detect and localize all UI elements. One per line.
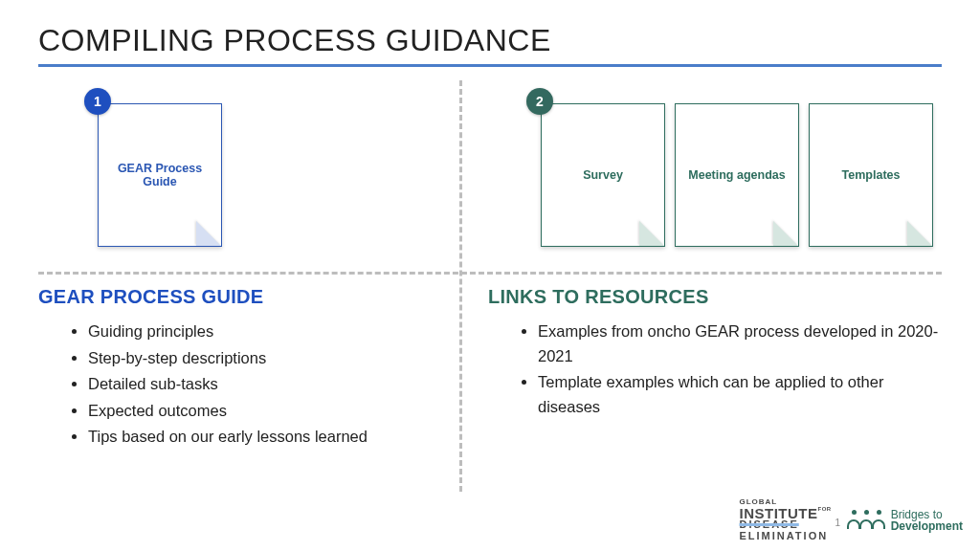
slide: COMPILING PROCESS GUIDANCE 1 GEAR Proces… <box>0 0 980 551</box>
content-grid: 1 GEAR Process Guide 2 Survey Meeting ag… <box>38 80 942 492</box>
vertical-divider <box>459 80 462 492</box>
links-bullet-list: Examples from oncho GEAR process develop… <box>538 320 947 419</box>
step-badge-1: 1 <box>84 88 111 115</box>
quadrant-bottom-left: GEAR PROCESS GUIDE Guiding principles St… <box>38 286 450 452</box>
bridges-text: Bridges to Development <box>891 509 963 532</box>
bridges-line-2: Development <box>891 520 963 532</box>
list-item: Examples from oncho GEAR process develop… <box>538 320 947 368</box>
page-curl-icon <box>639 221 664 246</box>
doc-survey: Survey <box>541 103 665 247</box>
horizontal-divider <box>38 272 942 275</box>
page-curl-icon <box>196 221 221 246</box>
doc-row: Survey Meeting agendas Templates <box>541 103 947 247</box>
logo-bridges: Bridges to Development <box>847 509 963 532</box>
list-item: Guiding principles <box>88 320 450 344</box>
gide-for: FOR <box>817 506 831 512</box>
bridges-icon <box>847 510 885 531</box>
gide-line-4: ELIMINATION <box>739 531 831 541</box>
doc-label: GEAR Process Guide <box>106 162 213 188</box>
list-item: Tips based on our early lessons learned <box>88 425 450 450</box>
doc-templates: Templates <box>809 103 933 247</box>
quadrant-bottom-right: LINKS TO RESOURCES Examples from oncho G… <box>488 286 947 421</box>
doc-label: Templates <box>842 168 901 182</box>
doc-label: Survey <box>583 168 623 182</box>
page-curl-icon <box>907 221 932 246</box>
list-item: Step-by-step descriptions <box>88 346 450 371</box>
page-curl-icon <box>773 221 798 246</box>
bridges-line-1: Bridges to <box>891 509 963 520</box>
title-rule <box>38 64 942 67</box>
quadrant-top-right: 2 Survey Meeting agendas Templates <box>488 90 947 262</box>
gide-disease-strike: DISEASE <box>739 519 798 530</box>
quadrant-top-left: 1 GEAR Process Guide <box>57 90 440 262</box>
gear-bullet-list: Guiding principles Step-by-step descript… <box>88 320 450 450</box>
section-heading-links: LINKS TO RESOURCES <box>488 286 947 308</box>
doc-label: Meeting agendas <box>688 168 785 182</box>
logo-gide: GLOBAL INSTITUTEFOR DISEASE ELIMINATION <box>739 498 831 541</box>
doc-gear-process-guide: GEAR Process Guide <box>98 103 222 247</box>
footer-logos: GLOBAL INSTITUTEFOR DISEASE ELIMINATION … <box>739 498 963 541</box>
list-item: Detailed sub-tasks <box>88 372 450 397</box>
step-badge-2: 2 <box>526 88 553 115</box>
slide-title: COMPILING PROCESS GUIDANCE <box>38 23 942 58</box>
doc-meeting-agendas: Meeting agendas <box>675 103 799 247</box>
section-heading-gear: GEAR PROCESS GUIDE <box>38 286 450 308</box>
list-item: Expected outcomes <box>88 399 450 424</box>
list-item: Template examples which can be applied t… <box>538 370 947 419</box>
